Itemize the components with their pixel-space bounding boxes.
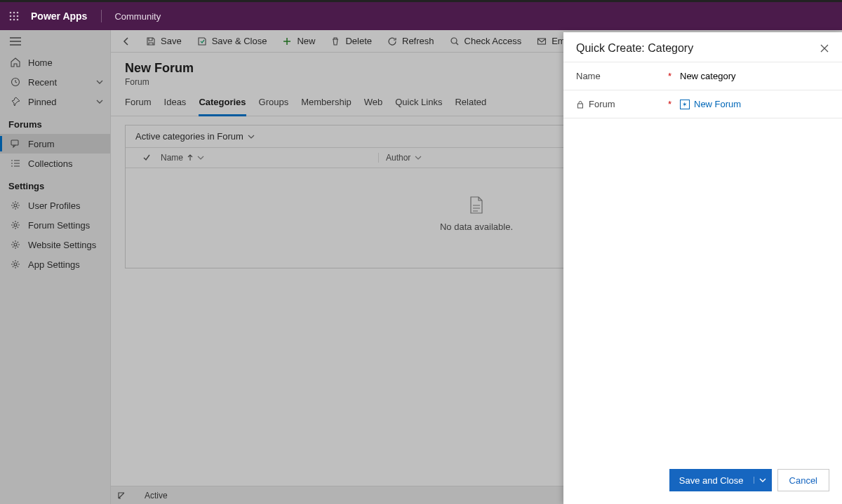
svg-rect-17 (578, 104, 583, 108)
close-icon (820, 43, 829, 53)
svg-point-2 (17, 12, 19, 14)
field-name-value[interactable]: New category (680, 71, 829, 81)
waffle-icon (9, 11, 19, 21)
brand-label[interactable]: Power Apps (28, 11, 101, 22)
svg-point-7 (13, 19, 15, 21)
cancel-button[interactable]: Cancel (777, 469, 829, 491)
svg-point-0 (10, 12, 12, 14)
svg-point-6 (10, 19, 12, 21)
lock-icon (576, 100, 584, 109)
field-name[interactable]: Name * New category (563, 62, 842, 90)
svg-point-5 (17, 15, 19, 18)
header-divider (101, 10, 102, 22)
field-name-label: Name (576, 71, 667, 81)
app-launcher-button[interactable] (0, 11, 28, 21)
app-header: Power Apps Community (0, 2, 842, 30)
field-forum-label: Forum (576, 99, 667, 109)
quick-create-panel: Quick Create: Category Name * New catego… (563, 32, 842, 504)
svg-point-4 (13, 15, 15, 18)
panel-close-button[interactable] (820, 43, 829, 53)
panel-title: Quick Create: Category (576, 42, 693, 55)
app-name-label[interactable]: Community (114, 11, 161, 22)
svg-point-3 (10, 15, 12, 18)
required-indicator: * (668, 71, 671, 81)
entity-icon: ✶ (680, 100, 690, 109)
save-and-close-dropdown[interactable] (754, 477, 772, 484)
chevron-down-icon (759, 477, 766, 484)
field-forum-value[interactable]: ✶ New Forum (680, 99, 829, 109)
field-forum[interactable]: Forum * ✶ New Forum (563, 90, 842, 118)
svg-point-1 (13, 12, 15, 14)
save-and-close-label: Save and Close (669, 475, 754, 486)
save-and-close-button[interactable]: Save and Close (669, 469, 772, 491)
required-indicator: * (668, 99, 671, 109)
svg-point-8 (17, 19, 19, 21)
